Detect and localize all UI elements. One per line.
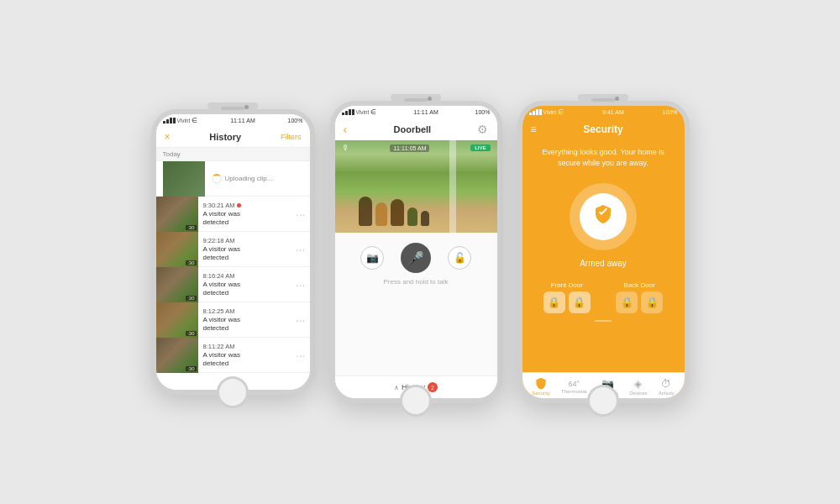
phone-speaker-3 <box>591 98 615 102</box>
more-dots-3[interactable]: ··· <box>291 278 310 291</box>
battery-3: 100% <box>663 109 678 115</box>
duration-2: :30 <box>186 260 196 265</box>
battery-1: 100% <box>288 118 303 123</box>
thumb-5: :30 <box>156 338 198 373</box>
time-2: 11:11 AM <box>413 109 438 115</box>
sig-dot <box>352 109 354 115</box>
nav-devices-icon: ◈ <box>634 378 642 390</box>
phone-speaker-2 <box>404 98 428 102</box>
more-dots-4[interactable]: ··· <box>291 313 310 327</box>
security-screen: Vivint ∈ 9:41 AM 100% ≡ Security Everyth… <box>522 106 685 398</box>
nav-security-label: Security <box>532 391 550 396</box>
list-item[interactable]: :30 8:16:24 AM A visitor wasdetected ··· <box>156 267 310 302</box>
history-header: × History Filters <box>156 127 310 148</box>
history-info-2: 9:22:18 AM A visitor wasdetected <box>198 235 291 263</box>
back-lock-2[interactable]: 🔒 <box>641 291 663 313</box>
duration-3: :30 <box>186 296 196 301</box>
person-4 <box>407 207 417 226</box>
back-door-group: Back Door 🔒 🔒 <box>616 281 663 313</box>
nav-devices[interactable]: ◈ Devices <box>629 378 647 396</box>
status-left-2: Vivint ∈ <box>342 108 377 116</box>
time-stamp-2: 9:22:18 AM <box>203 237 286 244</box>
back-lock-1[interactable]: 🔒 <box>616 291 638 313</box>
nav-cameras[interactable]: 📷 Cameras <box>598 378 618 396</box>
person-1 <box>359 197 372 226</box>
battery-area-1: 100% <box>288 118 303 123</box>
nav-thermostat[interactable]: 64° Thermostat <box>561 380 586 394</box>
signal-1 <box>163 118 176 123</box>
back-button[interactable]: ‹ <box>344 123 348 136</box>
phone-camera-3 <box>615 97 619 101</box>
list-item[interactable]: :30 8:11:22 AM A visitor wasdetected ··· <box>156 338 310 373</box>
doorbell-header: ‹ Doorbell ⚙ <box>335 118 497 140</box>
shield-icon <box>594 204 612 229</box>
nav-activity-label: Activity <box>659 391 675 396</box>
gear-button[interactable]: ⚙ <box>477 123 488 136</box>
sig-dot <box>345 111 348 115</box>
thumb-1: :30 <box>156 197 198 232</box>
security-header: ≡ Security <box>522 118 685 140</box>
nav-shield-icon <box>535 377 547 390</box>
armed-away-label: Armed away <box>522 259 685 275</box>
history-title: History <box>209 132 241 142</box>
more-dots-1[interactable]: ··· <box>291 207 310 221</box>
list-item[interactable]: :30 9:22:18 AM A visitor wasdetected ··· <box>156 232 310 267</box>
live-badge: LIVE <box>470 144 490 151</box>
sig-dot <box>342 113 344 115</box>
duration-5: :30 <box>186 366 196 371</box>
more-dots-5[interactable]: ··· <box>291 349 310 362</box>
time-3: 9:41 AM <box>602 109 624 115</box>
sig-dot <box>349 109 351 115</box>
nav-activity[interactable]: ⏱ Activity <box>659 378 675 396</box>
nav-security[interactable]: Security <box>532 377 550 396</box>
security-nav: Security 64° Thermostat 📷 Cameras ◈ Devi… <box>522 372 685 398</box>
video-timestamp: 11:11:05 AM <box>390 144 429 152</box>
more-dots-2[interactable]: ··· <box>291 243 310 256</box>
desc-5: A visitor wasdetected <box>203 351 286 367</box>
history-list: Uploading clip... :30 9:30:21 AM A vi <box>156 161 310 390</box>
nav-temp-icon: 64° <box>568 380 580 388</box>
phone-camera <box>244 105 249 109</box>
thumb-3: :30 <box>156 267 198 302</box>
front-lock-2[interactable]: 🔒 <box>569 291 591 313</box>
status-bar-2: Vivint ∈ 11:11 AM 100% <box>335 106 497 118</box>
phone-camera-2 <box>428 97 432 101</box>
people-silhouettes <box>359 197 429 226</box>
phone-security: Vivint ∈ 9:41 AM 100% ≡ Security Everyth… <box>517 101 690 403</box>
menu-icon[interactable]: ≡ <box>531 123 537 135</box>
history-count-badge: 2 <box>428 382 438 392</box>
phone-speaker <box>221 107 244 110</box>
chevron-up-icon: ∧ <box>394 384 399 391</box>
wifi-icon-2: ∈ <box>370 108 376 116</box>
wifi-icon-3: ∈ <box>558 108 564 116</box>
history-bottom-bar[interactable]: ∧ History 2 <box>335 375 497 398</box>
unlock-button[interactable]: 🔓 <box>448 246 471 270</box>
duration-1: :30 <box>186 225 196 230</box>
security-message: Everything looks good. Your home is secu… <box>522 140 685 175</box>
time-stamp-3: 8:16:24 AM <box>203 272 286 280</box>
time-stamp-4: 8:12:25 AM <box>203 307 286 315</box>
signal-3 <box>529 109 542 115</box>
person-2 <box>375 202 387 226</box>
camera-button[interactable]: 📷 <box>360 246 384 270</box>
shield-container <box>522 175 685 259</box>
list-item[interactable]: :30 9:30:21 AM A visitor wasdetected ··· <box>156 197 310 232</box>
front-door-locks: 🔒 🔒 <box>543 291 591 313</box>
close-button[interactable]: × <box>165 131 171 143</box>
sig-dot <box>173 118 176 123</box>
lock-icon-4: 🔒 <box>646 297 659 308</box>
microphone-button[interactable]: 🎤 <box>401 243 431 273</box>
red-dot-1 <box>237 203 241 207</box>
sig-dot <box>536 109 538 115</box>
uploading-item: Uploading clip... <box>156 161 310 197</box>
history-info-3: 8:16:24 AM A visitor wasdetected <box>198 270 291 298</box>
list-item[interactable]: :30 8:12:25 AM A visitor wasdetected ··· <box>156 302 310 338</box>
time-stamp-1: 9:30:21 AM <box>203 202 286 209</box>
sig-dot <box>539 109 542 115</box>
filters-button[interactable]: Filters <box>281 133 302 141</box>
time-1: 11:11 AM <box>230 118 255 123</box>
duration-4: :30 <box>186 331 196 336</box>
sig-dot <box>533 111 535 115</box>
front-lock-1[interactable]: 🔒 <box>543 291 565 313</box>
signal-2 <box>342 109 354 115</box>
